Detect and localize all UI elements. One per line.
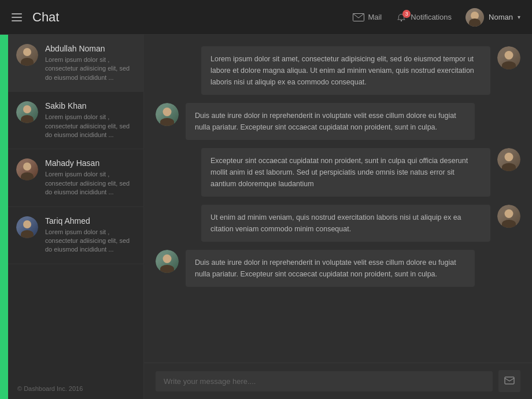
notifications-button[interactable]: 3 Notifications [396,13,452,21]
mail-icon [353,13,364,21]
sidebar-toggle[interactable] [12,13,22,21]
contact-preview: Lorem ipsum dolor sit , consectetur adii… [45,113,135,139]
contact-preview: Lorem ipsum dolor sit , consectetur adii… [45,170,135,197]
message-bubble: Ut enim ad minim veniam, quis nostrud ex… [201,205,490,242]
message-row: Duis aute irure dolor in reprehenderit i… [156,103,520,140]
svg-point-1 [401,20,402,21]
sidebar-item[interactable]: Abdullah Noman Lorem ipsum dolor sit , c… [8,35,143,92]
sidebar-item[interactable]: Tariq Ahmed Lorem ipsum dolor sit , cons… [8,207,143,264]
message-bubble: Duis aute irure dolor in reprehenderit i… [186,103,475,140]
sidebar-footer: © Dashboard Inc. 2016 [8,378,143,399]
msg-avatar-0 [497,46,520,69]
contact-name: Sakib Khan [45,101,135,110]
header: Chat Mail 3 Notifications [0,0,532,35]
message-avatar [497,148,520,171]
contact-name: Mahady Hasan [45,158,135,168]
sidebar-info: Abdullah Noman Lorem ipsum dolor sit , c… [45,44,135,82]
sidebar-avatar [16,158,38,180]
avatar-person-2 [16,158,38,180]
msg-avatar-3 [497,205,520,228]
message-avatar [156,103,179,126]
chevron-down-icon: ▾ [518,14,520,20]
chat-area: Lorem ipsum dolor sit amet, consectetur … [144,35,532,399]
sidebar-avatar [16,216,38,238]
message-bubble: Duis aute irure dolor in reprehenderit i… [186,250,475,287]
message-row: Excepteur sint occaecat cupidatat non pr… [156,148,520,197]
mail-label: Mail [368,13,382,21]
avatar-image [466,8,484,27]
avatar-person-1 [16,101,38,123]
message-avatar [156,250,179,273]
message-bubble: Lorem ipsum dolor sit amet, consectetur … [201,46,490,95]
contact-preview: Lorem ipsum dolor sit , consectetur adii… [45,228,135,254]
contact-preview: Lorem ipsum dolor sit , consectetur adii… [45,56,135,82]
message-row: Lorem ipsum dolor sit amet, consectetur … [156,46,520,95]
attach-icon [504,375,515,385]
message-row: Duis aute irure dolor in reprehenderit i… [156,250,520,287]
chat-messages: Lorem ipsum dolor sit amet, consectetur … [144,35,532,363]
notifications-icon: 3 [396,13,407,21]
message-avatar [497,205,520,228]
page-title: Chat [32,10,59,25]
sidebar-info: Sakib Khan Lorem ipsum dolor sit , conse… [45,101,135,139]
avatar-person-0 [16,44,38,66]
avatar-person-3 [16,216,38,238]
msg-avatar-2 [497,148,520,171]
msg-avatar-1 [156,103,179,126]
message-bubble: Excepteur sint occaecat cupidatat non pr… [201,148,490,197]
notifications-label: Notifications [411,13,452,21]
green-accent-bar [0,35,8,399]
message-avatar [497,46,520,69]
header-right: Mail 3 Notifications Noman ▾ [353,8,520,27]
svg-rect-2 [505,377,514,384]
contact-name: Abdullah Noman [45,44,135,53]
message-input[interactable] [156,371,493,391]
mail-button[interactable]: Mail [353,13,382,21]
attach-button[interactable] [498,370,520,392]
sidebar-avatar [16,44,38,66]
sidebar-avatar [16,101,38,123]
message-row: Ut enim ad minim veniam, quis nostrud ex… [156,205,520,242]
main-layout: Abdullah Noman Lorem ipsum dolor sit , c… [0,35,532,399]
avatar [466,8,484,27]
msg-avatar-4 [156,250,179,273]
contact-name: Tariq Ahmed [45,216,135,226]
user-menu[interactable]: Noman ▾ [466,8,520,27]
sidebar-item[interactable]: Sakib Khan Lorem ipsum dolor sit , conse… [8,92,143,149]
chat-input-area [144,363,532,399]
sidebar-info: Mahady Hasan Lorem ipsum dolor sit , con… [45,158,135,197]
username: Noman [489,13,513,21]
sidebar: Abdullah Noman Lorem ipsum dolor sit , c… [8,35,144,399]
sidebar-item[interactable]: Mahady Hasan Lorem ipsum dolor sit , con… [8,149,143,206]
sidebar-info: Tariq Ahmed Lorem ipsum dolor sit , cons… [45,216,135,254]
notification-count: 3 [402,10,411,18]
